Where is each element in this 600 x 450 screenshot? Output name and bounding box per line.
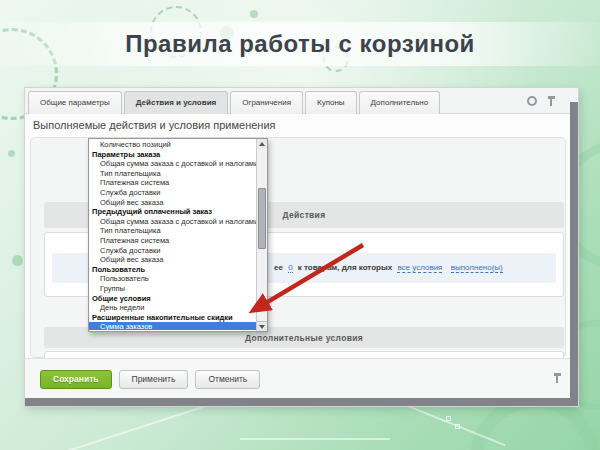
dropdown-item-label: Тип плательщика bbox=[100, 226, 161, 235]
buttons: Сохранить Применить Отменить bbox=[40, 370, 260, 389]
condition-middle: к товарам, для которых bbox=[298, 263, 392, 272]
dropdown-item[interactable]: Общий вес заказа bbox=[89, 198, 256, 208]
button-label: Отменить bbox=[208, 374, 247, 384]
dropdown-item-label: Сумма заказов bbox=[100, 322, 152, 330]
dropdown-item-label: Служба доставки bbox=[100, 246, 160, 255]
gear-icon[interactable] bbox=[527, 96, 537, 106]
button-label: Сохранить bbox=[53, 374, 99, 384]
button-label: Применить bbox=[132, 374, 176, 384]
scrollbar-thumb[interactable] bbox=[258, 188, 266, 249]
triangle-down-icon bbox=[259, 325, 265, 329]
dropdown-item[interactable]: Пользователь bbox=[89, 274, 256, 284]
dropdown-item[interactable]: Группы bbox=[89, 284, 256, 294]
dropdown-item-label: День недели bbox=[100, 303, 144, 312]
tab[interactable]: Ограничения bbox=[230, 91, 303, 114]
tab-label: Действия и условия bbox=[136, 98, 216, 107]
decorative-dot bbox=[8, 150, 15, 157]
tab-bar: Общие параметры Действия и условия Огран… bbox=[25, 88, 578, 114]
dropdown-item-label: Платежная система bbox=[100, 178, 169, 187]
page-title: Выполняемые действия и условия применени… bbox=[33, 119, 276, 131]
decorative-dot bbox=[250, 10, 258, 18]
action-button[interactable]: Применить bbox=[119, 370, 189, 389]
all-conditions-link[interactable]: все условия bbox=[397, 263, 442, 273]
tab-label: Ограничения bbox=[242, 98, 291, 107]
dropdown-item[interactable]: Тип плательщика bbox=[89, 226, 256, 236]
pin-icon[interactable] bbox=[547, 95, 556, 107]
action-button[interactable]: Сохранить bbox=[40, 370, 112, 389]
dropdown-item-list: Количество позиций Параметры заказа Обща… bbox=[89, 140, 256, 330]
dropdown-item-label: Группы bbox=[100, 284, 125, 293]
dropdown-item[interactable]: Пользователь bbox=[89, 265, 256, 275]
dropdown-item[interactable]: Количество позиций bbox=[89, 140, 256, 150]
slide-root: { "slide": { "title": "Правила работы с … bbox=[0, 0, 600, 450]
decorative-square bbox=[455, 424, 460, 429]
dropdown-item-label: Общая сумма заказа с доставкой и налогам… bbox=[100, 217, 256, 226]
dropdown-item[interactable]: Параметры заказа bbox=[89, 150, 256, 160]
dropdown-item-label: Пользователь bbox=[100, 274, 149, 283]
decorative-dot bbox=[12, 255, 23, 266]
fulfilled-link[interactable]: выполнено(ы) bbox=[451, 263, 503, 273]
dropdown-item[interactable]: Общие условия bbox=[89, 294, 256, 304]
dropdown-item-label: Тип плательщика bbox=[100, 169, 161, 178]
dropdown-item-label: Общий вес заказа bbox=[100, 198, 163, 207]
tab[interactable]: Общие параметры bbox=[28, 91, 122, 114]
actions-section-title: Действия bbox=[283, 210, 326, 220]
dropdown-item-label: Количество позиций bbox=[100, 140, 171, 149]
dropdown-item[interactable]: Общая сумма заказа с доставкой и налогам… bbox=[89, 217, 256, 227]
dropdown-item-label: Общие условия bbox=[92, 294, 151, 303]
dropdown-item[interactable]: Платежная система bbox=[89, 236, 256, 246]
scroll-up-button[interactable] bbox=[257, 139, 267, 149]
tab-label: Общие параметры bbox=[40, 98, 110, 107]
button-bar: Сохранить Применить Отменить bbox=[25, 358, 578, 398]
dropdown-item-label: Предыдущий оплаченный заказ bbox=[92, 207, 212, 216]
tab[interactable]: Дополнительно bbox=[359, 91, 441, 114]
dropdown-item[interactable]: День недели bbox=[89, 303, 256, 313]
scroll-down-button[interactable] bbox=[257, 321, 267, 331]
dropdown-item-label: Общая сумма заказа с доставкой и налогам… bbox=[100, 159, 256, 168]
dropdown-item[interactable]: Служба доставки bbox=[89, 246, 256, 256]
action-button[interactable]: Отменить bbox=[195, 370, 260, 389]
dropdown-scrollbar[interactable] bbox=[256, 139, 267, 331]
dropdown-item-label: Параметры заказа bbox=[92, 150, 160, 159]
horizontal-scrollbar[interactable] bbox=[25, 398, 578, 406]
admin-window: Общие параметры Действия и условия Огран… bbox=[25, 88, 578, 406]
dropdown-item[interactable]: Служба доставки bbox=[89, 188, 256, 198]
dropdown-item-label: Общий вес заказа bbox=[100, 255, 163, 264]
tab-label: Дополнительно bbox=[371, 98, 429, 107]
title-band: Правила работы с корзиной bbox=[0, 22, 600, 66]
slide-title: Правила работы с корзиной bbox=[125, 30, 475, 58]
dropdown-item-label: Расширенные накопительные скидки bbox=[92, 313, 233, 322]
dropdown-item[interactable]: Общий вес заказа bbox=[89, 255, 256, 265]
dropdown-item-label: Пользователь bbox=[92, 265, 145, 274]
condition-dropdown: Количество позиций Параметры заказа Обща… bbox=[88, 138, 268, 332]
dropdown-item[interactable]: Общая сумма заказа с доставкой и налогам… bbox=[89, 159, 256, 169]
decorative-square bbox=[446, 416, 451, 421]
decorative-line bbox=[54, 402, 216, 450]
tab-strip: Общие параметры Действия и условия Огран… bbox=[28, 91, 440, 114]
dropdown-item[interactable]: Сумма заказов bbox=[89, 322, 256, 330]
dropdown-item[interactable]: Платежная система bbox=[89, 178, 256, 188]
vertical-scrollbar[interactable] bbox=[570, 102, 578, 406]
dropdown-item[interactable]: Тип плательщика bbox=[89, 169, 256, 179]
dropdown-item-label: Платежная система bbox=[100, 236, 169, 245]
decorative-line bbox=[240, 438, 390, 440]
dropdown-item-label: Служба доставки bbox=[100, 188, 160, 197]
condition-prefix: ее bbox=[274, 263, 283, 272]
dropdown-item[interactable]: Расширенные накопительные скидки bbox=[89, 313, 256, 323]
dropdown-item[interactable]: Предыдущий оплаченный заказ bbox=[89, 207, 256, 217]
extra-section-title: Дополнительные условия bbox=[245, 333, 363, 343]
tab[interactable]: Действия и условия bbox=[124, 91, 228, 114]
tab-label: Купоны bbox=[317, 98, 345, 107]
count-link[interactable]: 0 bbox=[288, 263, 292, 273]
triangle-up-icon bbox=[259, 142, 265, 146]
pin-icon[interactable] bbox=[553, 372, 562, 384]
tab[interactable]: Купоны bbox=[305, 91, 357, 114]
tab-icons bbox=[527, 95, 556, 107]
